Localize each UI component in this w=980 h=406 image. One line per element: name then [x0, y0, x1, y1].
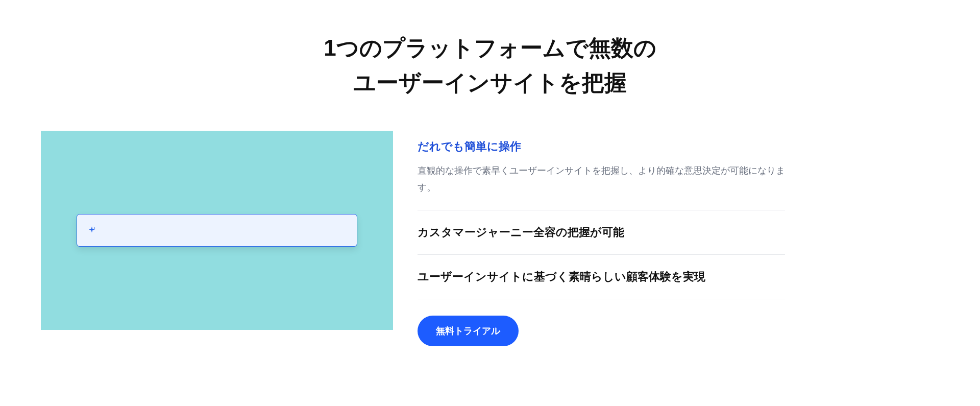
accordion-item-user-insight-experience[interactable]: ユーザーインサイトに基づく素晴らしい顧客体験を実現: [418, 255, 785, 299]
accordion-body: 直観的な操作で素早くユーザーインサイトを把握し、より的確な意思決定が可能になりま…: [418, 162, 785, 196]
free-trial-button[interactable]: 無料トライアル: [418, 316, 519, 346]
page-headline: 1つのプラットフォームで無数の ユーザーインサイトを把握: [0, 31, 980, 100]
accordion-column: だれでも簡単に操作 直観的な操作で素早くユーザーインサイトを把握し、より的確な意…: [418, 131, 785, 346]
accordion-title: ユーザーインサイトに基づく素晴らしい顧客体験を実現: [418, 269, 785, 284]
content-row: だれでも簡単に操作 直観的な操作で素早くユーザーインサイトを把握し、より的確な意…: [0, 131, 980, 346]
accordion-item-easy-operation[interactable]: だれでも簡単に操作 直観的な操作で素早くユーザーインサイトを把握し、より的確な意…: [418, 135, 785, 210]
illustration-panel: [41, 131, 393, 330]
headline-line-1: 1つのプラットフォームで無数の: [324, 35, 656, 60]
page-container: 1つのプラットフォームで無数の ユーザーインサイトを把握 だれでも簡単に操作 直…: [0, 0, 980, 346]
search-box[interactable]: [77, 214, 357, 247]
accordion-title: だれでも簡単に操作: [418, 139, 785, 154]
headline-line-2: ユーザーインサイトを把握: [353, 70, 627, 95]
sparkle-icon: [87, 226, 96, 235]
accordion-item-customer-journey[interactable]: カスタマージャーニー全容の把握が可能: [418, 210, 785, 255]
accordion-title: カスタマージャーニー全容の把握が可能: [418, 225, 785, 240]
